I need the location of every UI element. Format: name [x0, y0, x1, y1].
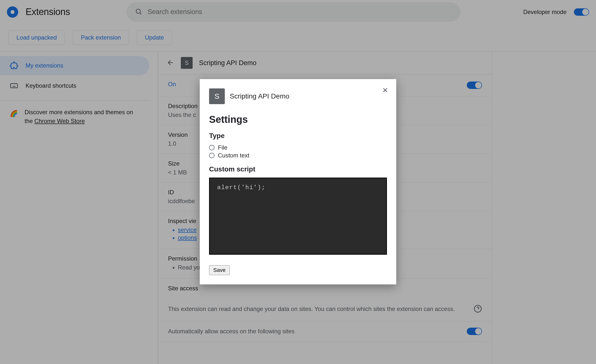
- radio-file[interactable]: File: [209, 144, 387, 151]
- radio-label: File: [218, 144, 227, 151]
- settings-heading: Settings: [209, 114, 387, 125]
- radio-icon: [209, 145, 214, 150]
- save-button[interactable]: Save: [209, 265, 230, 275]
- close-button[interactable]: [382, 86, 389, 95]
- radio-label: Custom text: [218, 152, 249, 159]
- radio-icon: [209, 153, 214, 158]
- dialog-extension-name: Scripting API Demo: [230, 92, 289, 100]
- type-heading: Type: [209, 132, 387, 140]
- modal-overlay[interactable]: S Scripting API Demo Settings Type File …: [0, 0, 596, 364]
- custom-script-heading: Custom script: [209, 165, 387, 173]
- custom-script-textarea[interactable]: [209, 178, 387, 255]
- settings-dialog: S Scripting API Demo Settings Type File …: [200, 79, 396, 284]
- extension-badge-icon: S: [209, 88, 225, 104]
- radio-custom-text[interactable]: Custom text: [209, 152, 387, 159]
- dialog-header: S Scripting API Demo: [209, 88, 387, 104]
- type-radio-group: File Custom text: [209, 144, 387, 159]
